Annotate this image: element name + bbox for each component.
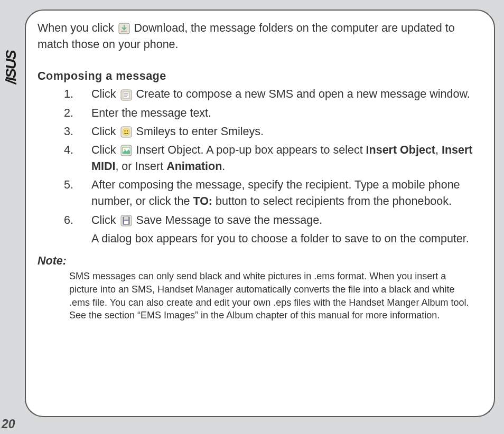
svg-point-10 <box>124 149 125 150</box>
step-3: 3. Click Smileys to enter Smileys. <box>64 124 482 140</box>
step-number: 4. <box>64 142 73 158</box>
note-text: SMS messages can only send black and whi… <box>38 270 482 322</box>
step-text-post: Save Message to save the message. <box>136 214 323 227</box>
step-1: 1. Click Create to compose a new SMS and… <box>64 86 482 102</box>
step-text-post: Smileys to enter Smileys. <box>136 125 264 138</box>
step-number: 3. <box>64 124 73 140</box>
step-6: 6. Click Save Message to save the messag… <box>64 212 482 229</box>
insert-object-icon <box>120 145 132 156</box>
step-text-pre: Click <box>91 88 119 100</box>
step-2: 2. Enter the message text. <box>64 105 482 121</box>
page-content: When you click Download, the message fol… <box>25 10 495 417</box>
intro-paragraph: When you click Download, the message fol… <box>38 20 482 53</box>
create-icon <box>120 89 132 101</box>
step-number: 1. <box>64 86 73 102</box>
brand-logo: /ISUS <box>3 31 19 105</box>
step-sep2: , or Insert <box>115 160 166 173</box>
step-number: 5. <box>64 177 73 193</box>
step-text-c: button to select recipients from the pho… <box>212 195 452 207</box>
step-number: 2. <box>64 105 73 121</box>
svg-rect-1 <box>121 31 127 32</box>
intro-pre: When you click <box>38 22 117 34</box>
step-6-extra: A dialog box appears for you to choose a… <box>38 231 482 247</box>
bold-to: TO: <box>193 195 212 207</box>
step-4: 4. Click Insert Object. A pop-up box app… <box>64 142 482 175</box>
smileys-icon <box>120 126 132 138</box>
step-text: Enter the message text. <box>91 107 211 119</box>
step-sep1: , <box>435 144 442 156</box>
step-5: 5. After composing the message, specify … <box>64 177 482 210</box>
svg-point-5 <box>123 128 130 136</box>
steps-list: 1. Click Create to compose a new SMS and… <box>38 86 482 228</box>
download-icon <box>118 23 130 34</box>
svg-rect-13 <box>124 217 128 220</box>
brand-text: /ISUS <box>3 51 20 84</box>
note-label: Note: <box>38 254 482 268</box>
step-text-a: Insert Object. A pop-up box appears to s… <box>136 144 366 156</box>
step-text-pre: Click <box>91 125 119 138</box>
bold-animation: Animation <box>166 160 222 173</box>
step-text-post: Create to compose a new SMS and open a n… <box>136 88 470 100</box>
step-text-pre: Click <box>91 214 119 227</box>
svg-point-6 <box>124 130 125 131</box>
step-end: . <box>222 160 225 173</box>
svg-point-7 <box>127 130 128 131</box>
section-heading: Composing a message <box>38 70 482 83</box>
step-text-pre: Click <box>91 144 119 156</box>
save-icon <box>120 215 132 227</box>
svg-rect-14 <box>124 221 128 224</box>
step-number: 6. <box>64 212 73 229</box>
page-number: 20 <box>2 417 15 431</box>
bold-insert-object: Insert Object <box>366 144 435 156</box>
